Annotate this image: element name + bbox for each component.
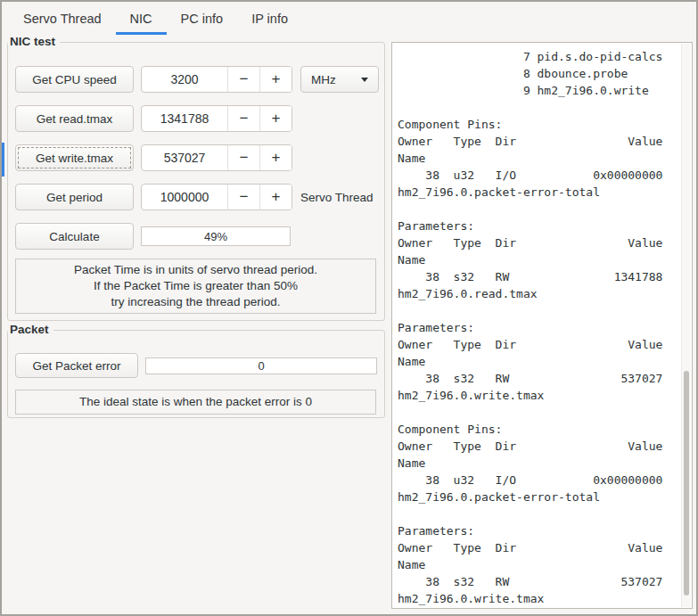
write-tmax-decrement-button[interactable]: − — [227, 145, 259, 170]
packet-frame-title: Packet — [8, 323, 53, 337]
get-write-tmax-button[interactable]: Get write.tmax — [15, 144, 134, 171]
nic-test-frame: NIC test Get CPU speed 3200 − + MHz Get … — [7, 42, 385, 321]
write-tmax-value[interactable]: 537027 — [142, 145, 227, 170]
output-scrollbar[interactable] — [681, 44, 691, 607]
write-tmax-increment-button[interactable]: + — [259, 145, 292, 170]
tab-servo-thread[interactable]: Servo Thread — [9, 2, 116, 35]
tab-bar: Servo Thread NIC PC info IP info — [2, 2, 696, 35]
tab-ip-info[interactable]: IP info — [237, 2, 302, 35]
read-tmax-value[interactable]: 1341788 — [142, 106, 227, 131]
tab-nic[interactable]: NIC — [116, 2, 167, 35]
period-spinbox: 1000000 − + — [141, 184, 292, 210]
servo-thread-label: Servo Thread — [300, 184, 374, 210]
cpu-speed-increment-button[interactable]: + — [259, 67, 292, 92]
cpu-unit-dropdown-value: MHz — [311, 73, 336, 86]
packet-error-value-field[interactable]: 0 — [145, 357, 377, 374]
cpu-speed-spinbox: 3200 − + — [141, 66, 292, 93]
cpu-speed-decrement-button[interactable]: − — [227, 67, 259, 92]
left-edge-highlight — [2, 143, 4, 177]
read-tmax-decrement-button[interactable]: − — [227, 106, 259, 131]
tab-pc-info[interactable]: PC info — [167, 2, 238, 35]
packet-time-progress: 49% — [141, 226, 291, 246]
packet-time-note: Packet Time is in units of servo thread … — [15, 259, 376, 314]
write-tmax-spinbox: 537027 − + — [141, 144, 292, 171]
get-cpu-speed-button[interactable]: Get CPU speed — [15, 66, 134, 93]
cpu-unit-dropdown[interactable]: MHz — [300, 66, 379, 93]
period-increment-button[interactable]: + — [259, 185, 292, 209]
chevron-down-icon — [361, 78, 368, 82]
nic-test-frame-title: NIC test — [8, 35, 60, 49]
read-tmax-increment-button[interactable]: + — [259, 106, 292, 131]
packet-error-note: The ideal state is when the packet error… — [15, 390, 376, 415]
hal-output-panel[interactable]: 7 pid.s.do-pid-calcs 8 dbounce.probe 9 h… — [391, 42, 693, 609]
get-period-button[interactable]: Get period — [15, 184, 134, 210]
output-scrollbar-thumb[interactable] — [684, 371, 689, 596]
read-tmax-spinbox: 1341788 − + — [141, 105, 292, 132]
packet-frame: Packet Get Packet error 0 The ideal stat… — [7, 330, 385, 418]
period-value[interactable]: 1000000 — [142, 185, 227, 209]
hal-output-text[interactable]: 7 pid.s.do-pid-calcs 8 dbounce.probe 9 h… — [392, 43, 692, 607]
period-decrement-button[interactable]: − — [227, 185, 259, 209]
get-read-tmax-button[interactable]: Get read.tmax — [15, 105, 134, 132]
app-window: Servo Thread NIC PC info IP info NIC tes… — [0, 0, 698, 616]
cpu-speed-value[interactable]: 3200 — [142, 67, 227, 92]
get-packet-error-button[interactable]: Get Packet error — [15, 353, 138, 378]
calculate-button[interactable]: Calculate — [15, 223, 134, 250]
